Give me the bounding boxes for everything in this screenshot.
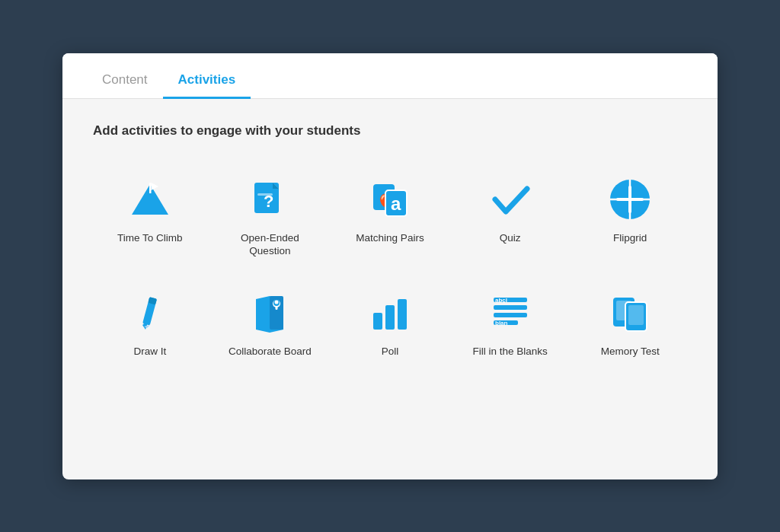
modal-overlay: ✕ Content Activities Add activities to e…: [0, 0, 780, 532]
activity-label: Open-Ended Question: [219, 231, 321, 258]
svg-text:a: a: [391, 193, 401, 214]
modal-container: Content Activities Add activities to eng…: [62, 53, 718, 479]
tab-bar: Content Activities: [62, 53, 718, 99]
activity-collaborate-board[interactable]: Collaborate Board: [213, 276, 328, 368]
svg-rect-40: [628, 305, 644, 325]
svg-rect-32: [494, 305, 527, 310]
activity-memory-test[interactable]: Memory Test: [573, 276, 687, 368]
activity-label: Fill in the Blanks: [472, 345, 547, 358]
activity-time-to-climb[interactable]: Time To Climb: [93, 163, 207, 267]
activity-poll[interactable]: Poll: [333, 276, 447, 368]
svg-rect-7: [257, 193, 273, 196]
tab-activities[interactable]: Activities: [163, 60, 251, 99]
activity-open-ended-question[interactable]: ? Open-Ended Question: [213, 163, 328, 267]
activity-label: Matching Pairs: [356, 231, 424, 245]
activity-label: Flipgrid: [613, 231, 647, 245]
svg-rect-30: [398, 299, 407, 330]
activity-label: Memory Test: [601, 345, 660, 358]
svg-point-27: [275, 300, 279, 304]
activity-fill-in-the-blanks[interactable]: abcl blan Fill in the Blanks: [453, 276, 567, 368]
activity-quiz[interactable]: Quiz: [453, 163, 567, 267]
quiz-icon: [486, 175, 535, 224]
activity-label: Time To Climb: [117, 231, 183, 245]
matching-pairs-icon: 🍎 a: [366, 175, 414, 224]
memory-test-icon: [606, 288, 654, 337]
collaborate-board-icon: [245, 288, 294, 337]
svg-text:blan: blan: [495, 320, 508, 327]
svg-text:abcl: abcl: [495, 297, 507, 304]
svg-rect-29: [385, 305, 395, 330]
activity-label: Collaborate Board: [229, 345, 312, 358]
svg-rect-28: [373, 313, 382, 330]
time-to-climb-icon: [126, 175, 174, 224]
svg-marker-2: [151, 183, 158, 190]
draw-it-icon: [126, 288, 174, 337]
open-ended-question-icon: ?: [245, 175, 294, 224]
modal-body: Add activities to engage with your stude…: [62, 99, 718, 398]
activity-matching-pairs[interactable]: 🍎 a Matching Pairs: [333, 163, 447, 267]
tab-content[interactable]: Content: [87, 60, 163, 99]
activity-flipgrid[interactable]: Flipgrid: [573, 163, 687, 267]
svg-rect-1: [149, 183, 152, 193]
flipgrid-icon: [606, 175, 654, 224]
fill-in-the-blanks-icon: abcl blan: [486, 288, 535, 337]
activity-label: Poll: [382, 345, 399, 358]
poll-icon: [366, 288, 414, 337]
activities-grid: Time To Climb ?: [93, 163, 687, 368]
section-title: Add activities to engage with your stude…: [93, 123, 687, 139]
activity-label: Quiz: [500, 231, 521, 245]
activity-draw-it[interactable]: Draw It: [93, 276, 207, 368]
svg-rect-22: [256, 299, 270, 330]
activity-label: Draw It: [133, 345, 166, 358]
svg-rect-33: [494, 313, 527, 317]
